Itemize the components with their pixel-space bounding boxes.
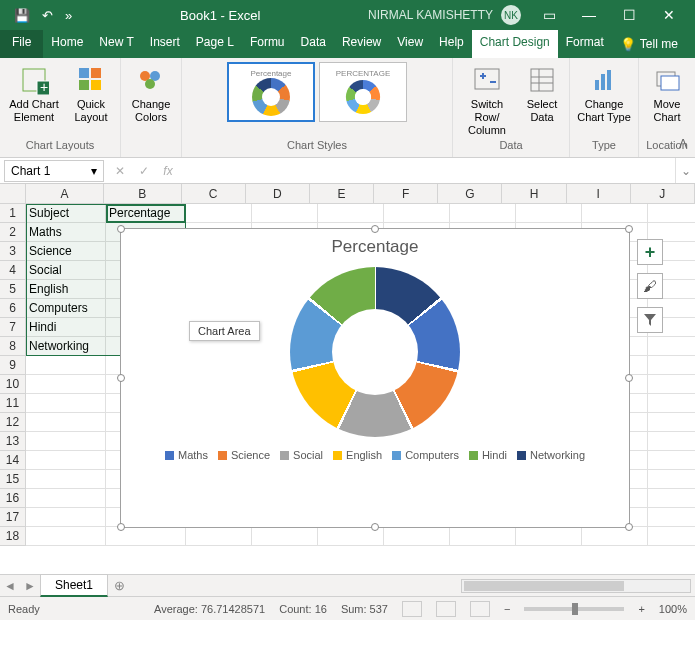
cell[interactable]: Networking: [26, 337, 106, 356]
cell[interactable]: [516, 527, 582, 546]
tab-home[interactable]: Home: [43, 30, 91, 58]
tab-new[interactable]: New T: [91, 30, 141, 58]
cell[interactable]: [648, 527, 695, 546]
row-head[interactable]: 8: [0, 337, 26, 356]
col-head[interactable]: F: [374, 184, 438, 204]
cell[interactable]: [648, 356, 695, 375]
row-head[interactable]: 9: [0, 356, 26, 375]
legend-item[interactable]: Social: [280, 449, 323, 461]
tab-insert[interactable]: Insert: [142, 30, 188, 58]
cell[interactable]: [582, 204, 648, 223]
zoom-in-button[interactable]: +: [638, 603, 644, 615]
cell[interactable]: [648, 432, 695, 451]
tab-page-layout[interactable]: Page L: [188, 30, 242, 58]
legend-item[interactable]: Hindi: [469, 449, 507, 461]
zoom-level[interactable]: 100%: [659, 603, 687, 615]
view-page-layout-button[interactable]: [436, 601, 456, 617]
col-head[interactable]: G: [438, 184, 502, 204]
row-head[interactable]: 18: [0, 527, 26, 546]
cell[interactable]: [26, 356, 106, 375]
row-head[interactable]: 7: [0, 318, 26, 337]
cell[interactable]: Hindi: [26, 318, 106, 337]
change-chart-type-button[interactable]: Change Chart Type: [576, 62, 632, 124]
quick-layout-button[interactable]: Quick Layout: [68, 62, 114, 124]
cell[interactable]: English: [26, 280, 106, 299]
sheet-nav-next-icon[interactable]: ►: [20, 579, 40, 593]
row-head[interactable]: 16: [0, 489, 26, 508]
worksheet-grid[interactable]: ABCDEFGHIJ 123456789101112131415161718 S…: [0, 184, 695, 574]
cell[interactable]: [26, 413, 106, 432]
cell[interactable]: [648, 337, 695, 356]
zoom-slider[interactable]: [524, 607, 624, 611]
row-head[interactable]: 1: [0, 204, 26, 223]
chart-styles-button[interactable]: 🖌: [637, 273, 663, 299]
sheet-tab[interactable]: Sheet1: [40, 574, 108, 597]
select-data-button[interactable]: Select Data: [521, 62, 563, 124]
cell[interactable]: [26, 451, 106, 470]
row-head[interactable]: 12: [0, 413, 26, 432]
new-sheet-button[interactable]: ⊕: [108, 578, 130, 593]
cell[interactable]: [648, 489, 695, 508]
cell[interactable]: Science: [26, 242, 106, 261]
col-head[interactable]: E: [310, 184, 374, 204]
cell[interactable]: [26, 394, 106, 413]
cell[interactable]: [186, 527, 252, 546]
horizontal-scrollbar[interactable]: [130, 579, 695, 593]
resize-handle[interactable]: [371, 225, 379, 233]
resize-handle[interactable]: [625, 225, 633, 233]
col-head[interactable]: I: [567, 184, 631, 204]
tab-data[interactable]: Data: [293, 30, 334, 58]
tab-review[interactable]: Review: [334, 30, 389, 58]
row-head[interactable]: 17: [0, 508, 26, 527]
tab-view[interactable]: View: [389, 30, 431, 58]
doughnut-chart[interactable]: [290, 267, 460, 437]
row-head[interactable]: 13: [0, 432, 26, 451]
cell[interactable]: [384, 204, 450, 223]
col-head[interactable]: J: [631, 184, 695, 204]
cell[interactable]: [648, 413, 695, 432]
formula-input[interactable]: [180, 160, 675, 182]
cancel-formula-icon[interactable]: ✕: [108, 164, 132, 178]
tab-tell-me[interactable]: 💡Tell me: [612, 30, 686, 58]
undo-icon[interactable]: ↶: [42, 8, 53, 23]
chart-elements-button[interactable]: +: [637, 239, 663, 265]
row-head[interactable]: 14: [0, 451, 26, 470]
cell[interactable]: [648, 204, 695, 223]
cell[interactable]: [648, 508, 695, 527]
switch-row-column-button[interactable]: Switch Row/ Column: [459, 62, 515, 138]
row-head[interactable]: 4: [0, 261, 26, 280]
change-colors-button[interactable]: Change Colors: [127, 62, 175, 124]
cell[interactable]: [252, 527, 318, 546]
cell[interactable]: [26, 432, 106, 451]
minimize-button[interactable]: —: [569, 0, 609, 30]
cell[interactable]: Social: [26, 261, 106, 280]
cell[interactable]: [26, 375, 106, 394]
cell[interactable]: [648, 394, 695, 413]
cell[interactable]: [26, 489, 106, 508]
col-head[interactable]: H: [502, 184, 566, 204]
col-head[interactable]: D: [246, 184, 310, 204]
cell[interactable]: Maths: [26, 223, 106, 242]
col-head[interactable]: B: [104, 184, 182, 204]
ribbon-options-icon[interactable]: ▭: [529, 0, 569, 30]
cell[interactable]: [26, 470, 106, 489]
resize-handle[interactable]: [117, 225, 125, 233]
close-button[interactable]: ✕: [649, 0, 689, 30]
cell[interactable]: [186, 204, 252, 223]
row-head[interactable]: 5: [0, 280, 26, 299]
sheet-nav-prev-icon[interactable]: ◄: [0, 579, 20, 593]
maximize-button[interactable]: ☐: [609, 0, 649, 30]
cell[interactable]: [318, 204, 384, 223]
chart-title[interactable]: Percentage: [121, 229, 629, 261]
resize-handle[interactable]: [117, 523, 125, 531]
expand-formula-bar-icon[interactable]: ⌄: [675, 158, 695, 183]
chart-legend[interactable]: MathsScienceSocialEnglishComputersHindiN…: [121, 443, 629, 467]
user-avatar[interactable]: NK: [501, 5, 521, 25]
select-all-corner[interactable]: [0, 184, 26, 204]
chart-style-2[interactable]: PERCENTAGE: [319, 62, 407, 122]
row-head[interactable]: 3: [0, 242, 26, 261]
resize-handle[interactable]: [371, 523, 379, 531]
resize-handle[interactable]: [117, 374, 125, 382]
tab-chart-design[interactable]: Chart Design: [472, 30, 558, 58]
tab-help[interactable]: Help: [431, 30, 472, 58]
